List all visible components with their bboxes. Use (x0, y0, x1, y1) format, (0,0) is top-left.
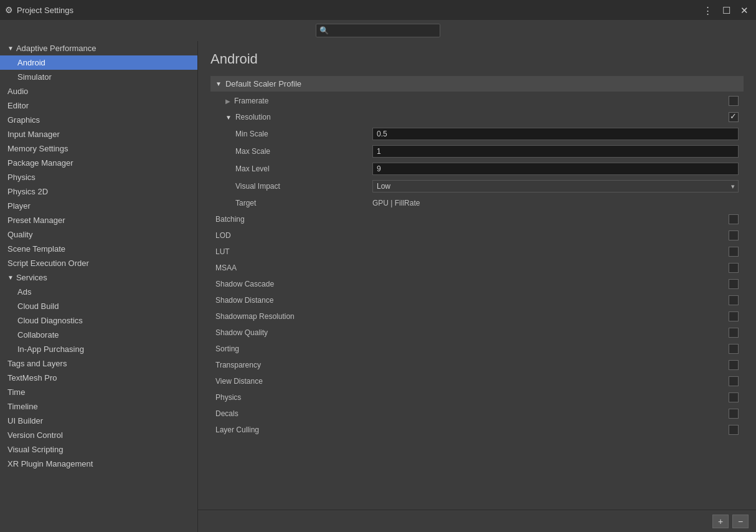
sidebar-item-package-manager[interactable]: Package Manager (0, 156, 197, 170)
check-row-physics: Physics (210, 389, 744, 406)
resolution-label: Resolution (235, 113, 729, 121)
sidebar-item-cloud-diagnostics[interactable]: Cloud Diagnostics (0, 313, 197, 328)
sidebar-item-textmesh-pro[interactable]: TextMesh Pro (0, 371, 197, 385)
sidebar-item-simulator[interactable]: Simulator (0, 70, 197, 84)
section-arrow: ▼ (215, 80, 222, 87)
sidebar-label-xr-plugin-management: XR Plugin Management (7, 459, 93, 468)
window-title: Project Settings (17, 6, 73, 15)
check-row-shadowmap-resolution: Shadowmap Resolution (210, 308, 744, 325)
sidebar-label-cloud-diagnostics: Cloud Diagnostics (17, 316, 83, 325)
check-row-msaa: MSAA (210, 260, 744, 276)
sidebar-label-ui-builder: UI Builder (7, 416, 43, 425)
sidebar-item-time[interactable]: Time (0, 385, 197, 399)
check-row-shadow-quality: Shadow Quality (210, 325, 744, 341)
check-label-2: LUT (215, 247, 729, 256)
remove-button[interactable]: − (732, 515, 749, 528)
field-input-1[interactable] (372, 145, 739, 158)
menu-button[interactable]: ⋮ (701, 4, 715, 16)
sidebar-item-graphics[interactable]: Graphics (0, 113, 197, 127)
check-box-7[interactable] (729, 328, 739, 338)
sidebar-item-visual-scripting[interactable]: Visual Scripting (0, 442, 197, 457)
framerate-checkbox[interactable] (729, 96, 739, 106)
settings-icon: ⚙ (5, 5, 13, 15)
content-scroll: Android ▼ Default Scaler Profile ▶ Frame… (198, 41, 756, 510)
sidebar-label-services: Services (16, 273, 47, 282)
check-box-4[interactable] (729, 279, 739, 289)
sidebar: ▼Adaptive PerformanceAndroidSimulatorAud… (0, 41, 198, 532)
check-row-batching: Batching (210, 211, 744, 227)
check-box-3[interactable] (729, 263, 739, 273)
check-box-8[interactable] (729, 344, 739, 354)
check-label-3: MSAA (215, 264, 729, 272)
check-box-13[interactable] (729, 425, 739, 435)
check-label-8: Sorting (215, 344, 729, 353)
check-label-4: Shadow Cascade (215, 280, 729, 288)
section-label: Default Scaler Profile (225, 79, 301, 88)
field-input-0[interactable] (372, 128, 739, 140)
sidebar-arrow-services: ▼ (7, 274, 14, 281)
framerate-arrow: ▶ (225, 98, 230, 105)
resolution-arrow: ▼ (225, 114, 232, 121)
check-label-13: Layer Culling (215, 425, 729, 434)
check-box-11[interactable] (729, 392, 739, 402)
sidebar-item-player[interactable]: Player (0, 199, 197, 213)
sidebar-item-preset-manager[interactable]: Preset Manager (0, 213, 197, 227)
sidebar-item-scene-template[interactable]: Scene Template (0, 242, 197, 256)
sidebar-item-physics[interactable]: Physics (0, 170, 197, 184)
sidebar-label-script-execution-order: Script Execution Order (7, 259, 89, 268)
sidebar-item-ads[interactable]: Ads (0, 285, 197, 299)
sidebar-item-physics-2d[interactable]: Physics 2D (0, 184, 197, 199)
search-input[interactable] (316, 24, 440, 37)
check-row-sorting: Sorting (210, 341, 744, 357)
sidebar-label-cloud-build: Cloud Build (17, 302, 59, 311)
sidebar-item-in-app-purchasing[interactable]: In-App Purchasing (0, 342, 197, 356)
sidebar-label-player: Player (7, 201, 31, 211)
sidebar-item-version-control[interactable]: Version Control (0, 428, 197, 442)
sidebar-item-audio[interactable]: Audio (0, 84, 197, 98)
sidebar-item-ui-builder[interactable]: UI Builder (0, 414, 197, 428)
sidebar-label-package-manager: Package Manager (7, 158, 73, 168)
field-row-3: Visual ImpactLowMediumHigh (220, 178, 744, 195)
close-button[interactable]: ✕ (738, 4, 751, 16)
sidebar-label-scene-template: Scene Template (7, 244, 65, 254)
sidebar-item-xr-plugin-management[interactable]: XR Plugin Management (0, 457, 197, 471)
maximize-button[interactable]: ☐ (720, 4, 733, 16)
field-row-4: TargetGPU | FillRate (220, 195, 744, 211)
main-layout: ▼Adaptive PerformanceAndroidSimulatorAud… (0, 41, 756, 532)
add-button[interactable]: + (712, 515, 729, 528)
sidebar-item-android[interactable]: Android (0, 55, 197, 70)
sidebar-item-input-manager[interactable]: Input Manager (0, 127, 197, 141)
sidebar-item-tags-and-layers[interactable]: Tags and Layers (0, 356, 197, 371)
check-row-layer-culling: Layer Culling (210, 422, 744, 438)
sidebar-item-services[interactable]: ▼Services (0, 270, 197, 285)
field-input-2[interactable] (372, 163, 739, 175)
check-box-2[interactable] (729, 247, 739, 257)
field-select-3[interactable]: LowMediumHigh (372, 180, 739, 192)
sidebar-label-simulator: Simulator (17, 72, 52, 82)
sidebar-item-cloud-build[interactable]: Cloud Build (0, 299, 197, 313)
field-label-1: Max Scale (235, 147, 372, 156)
check-box-0[interactable] (729, 214, 739, 224)
field-value-1 (372, 145, 739, 158)
sidebar-item-adaptive-performance[interactable]: ▼Adaptive Performance (0, 41, 197, 55)
check-label-9: Transparency (215, 361, 729, 369)
check-box-10[interactable] (729, 376, 739, 386)
check-box-6[interactable] (729, 311, 739, 321)
check-box-12[interactable] (729, 409, 739, 419)
check-box-1[interactable] (729, 230, 739, 240)
section-header[interactable]: ▼ Default Scaler Profile (210, 76, 744, 92)
sidebar-item-script-execution-order[interactable]: Script Execution Order (0, 256, 197, 270)
sidebar-item-timeline[interactable]: Timeline (0, 399, 197, 414)
sidebar-item-editor[interactable]: Editor (0, 98, 197, 113)
field-value-3: LowMediumHigh (372, 180, 739, 192)
resolution-checkbox[interactable] (729, 112, 739, 122)
sidebar-item-collaborate[interactable]: Collaborate (0, 328, 197, 342)
sidebar-item-memory-settings[interactable]: Memory Settings (0, 141, 197, 156)
check-box-9[interactable] (729, 360, 739, 370)
title-bar-left: ⚙ Project Settings (5, 5, 73, 15)
title-bar-controls: ⋮ ☐ ✕ (701, 4, 751, 16)
resolution-row: ▼ Resolution (210, 109, 744, 125)
sidebar-item-quality[interactable]: Quality (0, 227, 197, 242)
sidebar-label-physics: Physics (7, 173, 35, 182)
check-box-5[interactable] (729, 295, 739, 305)
